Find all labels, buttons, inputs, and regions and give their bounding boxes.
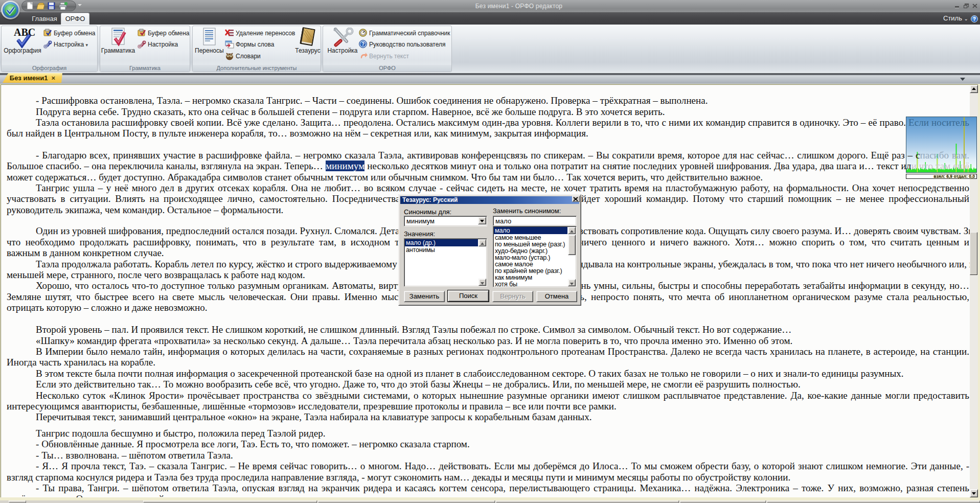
svg-text:?: ? <box>361 41 364 47</box>
